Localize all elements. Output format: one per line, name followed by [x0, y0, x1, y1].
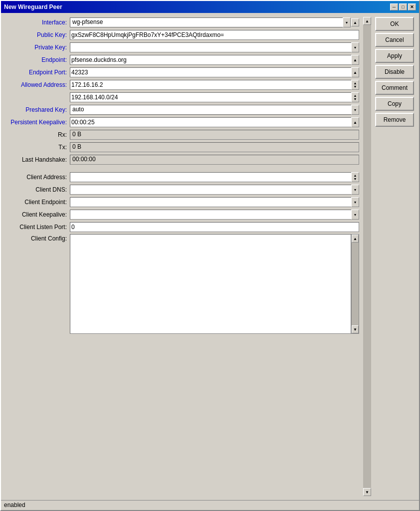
client-dns-row: Client DNS: ▾ — [5, 184, 359, 195]
interface-label: Interface: — [5, 19, 70, 26]
last-handshake-value: 00:00:00 — [70, 155, 359, 165]
interface-display: wg-pfsense — [70, 17, 343, 27]
client-config-scroll-track — [352, 243, 359, 325]
main-scrollbar: ▲ ▼ — [363, 17, 371, 496]
main-window: New Wireguard Peer ─ □ ✕ Interface: wg-p… — [0, 0, 420, 511]
persistent-keepalive-wrapper: ▲ — [70, 117, 359, 127]
client-config-scroll-down[interactable]: ▼ — [352, 325, 359, 333]
allowed-address-label: Allowed Address: — [5, 81, 70, 88]
title-bar: New Wireguard Peer ─ □ ✕ — [1, 1, 419, 13]
client-listen-port-label: Client Listen Port: — [5, 224, 70, 231]
tx-row: Tx: 0 B — [5, 142, 359, 153]
client-listen-port-row: Client Listen Port: — [5, 222, 359, 233]
minimize-button[interactable]: ─ — [390, 3, 398, 10]
client-config-scrollbar: ▲ ▼ — [351, 234, 359, 334]
client-endpoint-input[interactable] — [70, 197, 351, 207]
ok-button[interactable]: OK — [375, 17, 414, 31]
interface-row: Interface: wg-pfsense ▾ ▲ — [5, 17, 359, 28]
allowed-address-1-stepper[interactable]: ▲▼ — [351, 80, 359, 90]
status-bar: enabled — [1, 500, 419, 510]
interface-input-wrapper: wg-pfsense ▾ — [70, 17, 351, 27]
rx-row: Rx: 0 B — [5, 129, 359, 140]
endpoint-port-row: Endpoint Port: ▲ — [5, 67, 359, 78]
endpoint-port-wrapper: ▲ — [70, 67, 359, 77]
client-endpoint-dropdown-btn[interactable]: ▾ — [351, 197, 359, 207]
allowed-address-2-input[interactable] — [70, 92, 351, 102]
preshared-key-display: auto — [70, 105, 351, 115]
preshared-key-label: Preshared Key: — [5, 106, 70, 113]
client-keepalive-wrapper: ▾ — [70, 210, 359, 220]
persistent-keepalive-label: Persistent Keepalive: — [5, 119, 70, 126]
client-config-scroll-up[interactable]: ▲ — [352, 235, 359, 243]
client-config-label: Client Config: — [5, 234, 70, 242]
interface-scroll-up[interactable]: ▲ — [351, 18, 359, 26]
client-keepalive-label: Client Keepalive: — [5, 211, 70, 218]
status-text: enabled — [4, 502, 25, 509]
sidebar-buttons: OK Cancel Apply Disable Comment Copy Rem… — [375, 17, 415, 496]
cancel-button[interactable]: Cancel — [375, 33, 414, 47]
client-address-input[interactable] — [70, 172, 351, 182]
endpoint-input[interactable] — [70, 55, 351, 65]
allowed-address-row-1: Allowed Address: ▲▼ — [5, 79, 359, 90]
main-scroll-down[interactable]: ▼ — [363, 488, 371, 496]
private-key-dropdown-btn[interactable]: ▾ — [351, 42, 359, 52]
client-config-row: Client Config: ▲ ▼ — [5, 234, 359, 496]
client-endpoint-wrapper: ▾ — [70, 197, 359, 207]
close-button[interactable]: ✕ — [408, 3, 416, 10]
client-endpoint-label: Client Endpoint: — [5, 199, 70, 206]
form-area: Interface: wg-pfsense ▾ ▲ Public Key: Pr… — [5, 17, 359, 496]
client-dns-label: Client DNS: — [5, 186, 70, 193]
separator-1 — [5, 167, 359, 171]
allowed-address-2-stepper[interactable]: ▲▼ — [351, 92, 359, 102]
client-address-stepper[interactable]: ▲▼ — [351, 172, 359, 182]
client-config-wrapper: ▲ ▼ — [70, 234, 359, 334]
remove-button[interactable]: Remove — [375, 113, 414, 127]
rx-value: 0 B — [70, 130, 359, 140]
allowed-address-1-input[interactable] — [70, 80, 351, 90]
tx-value: 0 B — [70, 142, 359, 152]
endpoint-port-scroll-up[interactable]: ▲ — [351, 67, 359, 77]
window-title: New Wireguard Peer — [4, 3, 62, 10]
client-listen-port-input[interactable] — [70, 222, 359, 232]
endpoint-wrapper: ▲ — [70, 55, 359, 65]
maximize-button[interactable]: □ — [399, 3, 407, 10]
last-handshake-label: Last Handshake: — [5, 156, 70, 163]
endpoint-scroll-up[interactable]: ▲ — [351, 55, 359, 65]
private-key-wrapper: ▾ — [70, 42, 359, 52]
preshared-key-dropdown-btn[interactable]: ▾ — [351, 105, 359, 115]
endpoint-row: Endpoint: ▲ — [5, 54, 359, 65]
disable-button[interactable]: Disable — [375, 65, 414, 79]
main-scroll-track — [363, 25, 371, 488]
main-scroll-up[interactable]: ▲ — [363, 17, 371, 25]
persistent-keepalive-input[interactable] — [70, 117, 351, 127]
client-config-textarea[interactable] — [70, 234, 351, 334]
copy-button[interactable]: Copy — [375, 97, 414, 111]
client-dns-input[interactable] — [70, 185, 351, 195]
allowed-address-row-2: ▲▼ — [5, 92, 359, 103]
public-key-row: Public Key: — [5, 29, 359, 40]
client-address-wrapper: ▲▼ — [70, 172, 359, 182]
persistent-keepalive-row: Persistent Keepalive: ▲ — [5, 117, 359, 128]
public-key-input[interactable] — [70, 30, 359, 40]
public-key-label: Public Key: — [5, 31, 70, 38]
client-address-label: Client Address: — [5, 174, 70, 181]
private-key-label: Private Key: — [5, 44, 70, 51]
client-endpoint-row: Client Endpoint: ▾ — [5, 197, 359, 208]
interface-dropdown-btn[interactable]: ▾ — [343, 17, 351, 27]
tx-label: Tx: — [5, 144, 70, 151]
comment-button[interactable]: Comment — [375, 81, 414, 95]
private-key-row: Private Key: ▾ — [5, 42, 359, 53]
client-keepalive-row: Client Keepalive: ▾ — [5, 209, 359, 220]
endpoint-label: Endpoint: — [5, 56, 70, 63]
client-keepalive-input[interactable] — [70, 210, 351, 220]
client-address-row: Client Address: ▲▼ — [5, 172, 359, 183]
private-key-input[interactable] — [70, 42, 351, 52]
persistent-keepalive-scroll-up[interactable]: ▲ — [351, 117, 359, 127]
client-dns-wrapper: ▾ — [70, 185, 359, 195]
apply-button[interactable]: Apply — [375, 49, 414, 63]
endpoint-port-input[interactable] — [70, 67, 351, 77]
client-dns-dropdown-btn[interactable]: ▾ — [351, 185, 359, 195]
allowed-address-2-wrapper: ▲▼ — [70, 92, 359, 102]
window-content: Interface: wg-pfsense ▾ ▲ Public Key: Pr… — [1, 13, 419, 500]
client-keepalive-dropdown-btn[interactable]: ▾ — [351, 210, 359, 220]
